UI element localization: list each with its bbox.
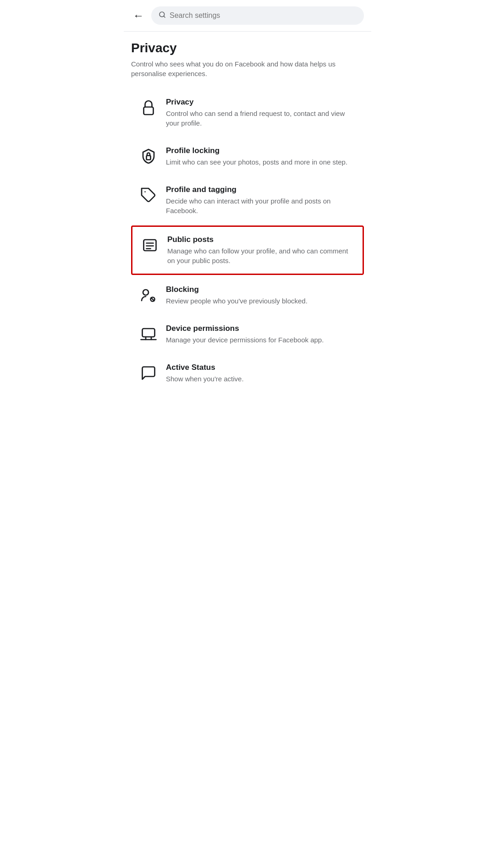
active-status-item-text: Active Status Show when you're active.	[166, 363, 357, 384]
profile-tagging-item-desc: Decide who can interact with your profil…	[166, 196, 357, 215]
settings-item-public-posts[interactable]: Public posts Manage who can follow your …	[131, 225, 364, 275]
back-arrow-icon: ←	[133, 9, 144, 22]
public-posts-item-text: Public posts Manage who can follow your …	[167, 235, 355, 265]
privacy-item-desc: Control who can send a friend request to…	[166, 109, 357, 128]
svg-line-1	[164, 16, 165, 17]
public-posts-item-title: Public posts	[167, 235, 355, 244]
laptop-icon	[138, 324, 159, 344]
profile-locking-item-desc: Limit who can see your photos, posts and…	[166, 157, 357, 167]
settings-item-profile-locking[interactable]: Profile locking Limit who can see your p…	[131, 138, 364, 175]
list-icon	[140, 235, 160, 255]
profile-tagging-item-title: Profile and tagging	[166, 185, 357, 194]
public-posts-item-desc: Manage who can follow your profile, and …	[167, 246, 355, 265]
device-permissions-item-desc: Manage your device permissions for Faceb…	[166, 335, 357, 345]
page-description: Control who sees what you do on Facebook…	[131, 59, 364, 78]
device-permissions-item-title: Device permissions	[166, 324, 357, 333]
search-icon	[159, 11, 166, 20]
settings-item-privacy[interactable]: Privacy Control who can send a friend re…	[131, 89, 364, 136]
svg-point-9	[143, 290, 148, 295]
svg-line-11	[151, 298, 154, 301]
privacy-item-title: Privacy	[166, 98, 357, 107]
active-status-item-title: Active Status	[166, 363, 357, 372]
settings-item-profile-tagging[interactable]: Profile and tagging Decide who can inter…	[131, 177, 364, 224]
settings-list: Privacy Control who can send a friend re…	[131, 89, 364, 392]
back-button[interactable]: ←	[131, 7, 146, 24]
settings-item-blocking[interactable]: Blocking Review people who you've previo…	[131, 277, 364, 314]
blocking-item-text: Blocking Review people who you've previo…	[166, 285, 357, 306]
profile-tagging-item-text: Profile and tagging Decide who can inter…	[166, 185, 357, 215]
blocking-item-title: Blocking	[166, 285, 357, 294]
settings-item-active-status[interactable]: Active Status Show when you're active.	[131, 355, 364, 392]
svg-rect-2	[144, 107, 154, 115]
blocking-item-desc: Review people who you've previously bloc…	[166, 296, 357, 306]
search-input[interactable]	[170, 11, 357, 20]
profile-locking-item-text: Profile locking Limit who can see your p…	[166, 146, 357, 167]
svg-rect-12	[143, 329, 155, 337]
search-bar[interactable]	[151, 6, 364, 25]
chat-icon	[138, 363, 159, 383]
block-user-icon	[138, 285, 159, 305]
page-content: Privacy Control who sees what you do on …	[124, 32, 371, 392]
lock-icon	[138, 98, 159, 118]
privacy-item-text: Privacy Control who can send a friend re…	[166, 98, 357, 128]
tag-icon	[138, 185, 159, 205]
device-permissions-item-text: Device permissions Manage your device pe…	[166, 324, 357, 345]
page-title: Privacy	[131, 41, 364, 55]
header: ←	[124, 0, 371, 32]
active-status-item-desc: Show when you're active.	[166, 374, 357, 384]
settings-item-device-permissions[interactable]: Device permissions Manage your device pe…	[131, 316, 364, 353]
profile-locking-item-title: Profile locking	[166, 146, 357, 155]
svg-rect-3	[147, 156, 151, 160]
shield-lock-icon	[138, 146, 159, 166]
